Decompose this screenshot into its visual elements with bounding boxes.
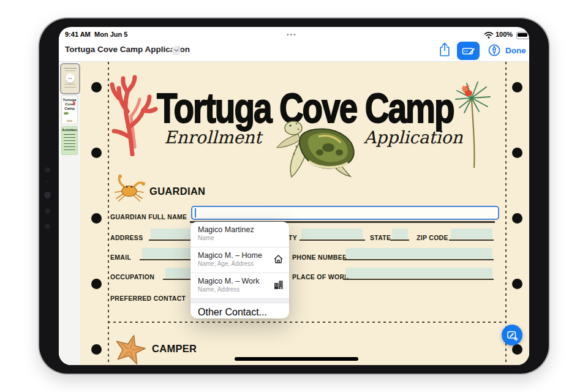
multitask-ellipsis-icon[interactable]: ••• <box>287 31 297 38</box>
battery-icon <box>516 32 529 39</box>
more-ellipsis-icon: ••• <box>68 77 72 80</box>
right-perforation-line <box>505 62 507 365</box>
form-field-zip[interactable] <box>451 228 492 239</box>
markup-button[interactable] <box>488 43 501 57</box>
occupation-label: OCCUPATION <box>110 273 154 281</box>
bezel-sensor-dot <box>47 181 48 183</box>
email-label: EMAIL <box>110 254 131 261</box>
turtle-illustration <box>265 115 366 183</box>
autofill-option-home[interactable]: Magico M. – Home Name, Age, Address <box>190 247 289 273</box>
place-of-work-underline <box>343 279 494 280</box>
autofill-option-title: Magico M. – Work <box>198 277 282 285</box>
title-menu-button[interactable] <box>172 46 181 55</box>
form-field-state[interactable] <box>392 228 408 239</box>
autofill-option-title: Other Contact... <box>198 307 282 318</box>
thumb2-line3: Camp <box>62 107 77 111</box>
zip-underline <box>449 239 494 241</box>
guardian-full-name-label: GUARDIAN FULL NAME <box>110 213 187 221</box>
autofill-option-title: Magico M. – Home <box>198 251 282 260</box>
status-date: Mon Jun 5 <box>94 31 127 38</box>
starfish-illustration <box>112 333 150 365</box>
home-indicator[interactable] <box>235 357 358 361</box>
popup-section-divider <box>190 298 289 303</box>
preferred-contact-label: PREFERRED CONTACT <box>110 295 186 302</box>
form-field-city[interactable] <box>301 228 363 239</box>
punch-hole <box>91 279 102 289</box>
markup-add-icon <box>507 330 518 341</box>
autofill-option-other-contact[interactable]: Other Contact... <box>190 303 289 318</box>
autofill-option-name[interactable]: Magico Martinez Name <box>190 222 289 247</box>
flower-illustration <box>451 78 495 168</box>
punch-hole <box>91 148 102 158</box>
autofill-popup: Magico Martinez Name Magico M. – Home Na… <box>190 222 289 318</box>
building-icon <box>273 280 284 290</box>
punch-hole <box>512 148 522 158</box>
city-underline <box>300 239 365 241</box>
punch-hole <box>512 344 522 355</box>
wifi-icon <box>484 31 494 39</box>
front-camera <box>44 192 51 198</box>
punch-hole <box>512 279 522 289</box>
zip-label: ZIP CODE <box>417 234 448 241</box>
thumb2-art <box>73 102 75 105</box>
phone-label: PHONE NUMBER <box>292 254 347 261</box>
guardian-full-name-input[interactable] <box>191 206 499 220</box>
form-subtitle-application: Application <box>364 127 462 148</box>
done-button[interactable]: Done <box>505 46 526 55</box>
signature-quick-button[interactable] <box>502 325 522 345</box>
punch-hole <box>91 213 102 224</box>
status-time: 9:41 AM <box>65 31 91 38</box>
place-of-work-label: PLACE OF WORK <box>292 273 349 281</box>
form-field-phone[interactable] <box>345 248 492 258</box>
bezel-sensor-dot <box>45 167 50 173</box>
thumb2-art <box>64 112 69 115</box>
autofill-forms-button[interactable] <box>457 42 480 60</box>
form-subtitle-enrollment: Enrollment <box>164 127 262 148</box>
ipad-device-frame: 9:41 AM Mon Jun 5 ••• 100% Tortuga Cove … <box>39 18 549 374</box>
thumbnail-page-3[interactable]: Activities <box>61 126 78 155</box>
bezel-sensor-dot <box>45 208 50 214</box>
section-divider <box>108 322 505 323</box>
thumbnail-page-1-selected[interactable]: ••• <box>60 63 80 94</box>
form-field-place-of-work[interactable] <box>345 268 492 278</box>
autofill-option-subtitle: Name, Age, Address <box>198 260 282 267</box>
thumb2-art <box>67 120 72 122</box>
text-cursor <box>195 208 196 217</box>
coral-illustration <box>104 74 159 156</box>
guardian-section-title: GUARDIAN <box>149 186 205 197</box>
punch-hole <box>91 82 102 92</box>
share-button[interactable] <box>439 42 451 58</box>
chevron-down-icon <box>174 49 179 52</box>
home-icon <box>273 254 284 264</box>
phone-underline <box>343 259 494 260</box>
camper-section-title: CAMPER <box>152 343 197 355</box>
page-thumbnail-sidebar: ••• Tortuga Cove Camp Activities <box>59 62 81 365</box>
thumbnail-page-2[interactable]: Tortuga Cove Camp <box>61 96 78 124</box>
address-label: ADDRESS <box>110 234 143 241</box>
punch-hole <box>91 344 102 355</box>
ipad-screen: 9:41 AM Mon Jun 5 ••• 100% Tortuga Cove … <box>59 27 529 365</box>
autofill-option-title: Magico Martinez <box>198 225 282 234</box>
battery-percent: 100% <box>496 31 513 38</box>
punch-hole <box>512 213 522 224</box>
state-label: STATE <box>370 234 391 241</box>
bezel-sensor-dot <box>45 224 50 229</box>
crab-illustration <box>113 174 146 202</box>
punch-hole <box>512 82 522 92</box>
state-underline <box>390 239 409 241</box>
autofill-option-subtitle: Name, Address <box>198 286 282 293</box>
thumbnail-more-button[interactable]: ••• <box>66 74 75 83</box>
autofill-option-work[interactable]: Magico M. – Work Name, Address <box>190 273 289 298</box>
screenshot-stage: 9:41 AM Mon Jun 5 ••• 100% Tortuga Cove … <box>0 0 588 392</box>
autofill-option-subtitle: Name <box>198 235 282 241</box>
form-fill-icon <box>462 45 475 56</box>
thumb3-title: Activities <box>62 128 77 132</box>
